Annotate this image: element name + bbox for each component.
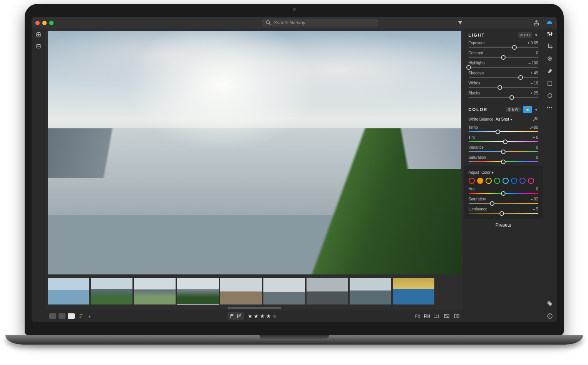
- color-swatch[interactable]: [511, 178, 517, 184]
- thumbnail[interactable]: [307, 278, 348, 304]
- search-placeholder: Search Norway: [274, 20, 305, 25]
- adjust-mode-dropdown[interactable]: Color ▾: [481, 170, 494, 175]
- minimize-window-button[interactable]: [42, 21, 47, 25]
- search-icon: [265, 20, 271, 26]
- star-icon[interactable]: ★: [254, 313, 259, 319]
- grid-view-button[interactable]: [49, 313, 56, 319]
- wb-value[interactable]: As Shot ▾: [496, 117, 512, 121]
- filmstrip-scrollbar[interactable]: [45, 306, 464, 310]
- star-icon[interactable]: ★: [272, 313, 278, 319]
- color-swatches: [469, 178, 538, 184]
- add-photos-icon[interactable]: [35, 32, 42, 38]
- collapse-panel-icon[interactable]: [35, 43, 42, 49]
- thumbnail[interactable]: [350, 278, 391, 304]
- filmstrip: [45, 277, 464, 306]
- thumbnail[interactable]: [393, 278, 434, 304]
- thumbnail-selected[interactable]: [177, 278, 219, 304]
- thumbnail[interactable]: [220, 278, 262, 304]
- info-icon[interactable]: [547, 313, 553, 319]
- shadows-slider[interactable]: Shadows+ 49: [469, 71, 538, 78]
- star-icon[interactable]: ★: [248, 313, 253, 319]
- saturation-slider[interactable]: Saturation0: [469, 155, 538, 162]
- color-swatch[interactable]: [486, 178, 492, 184]
- color-swatch[interactable]: [519, 178, 526, 184]
- exposure-slider[interactable]: Exposure+ 0.65: [469, 41, 538, 48]
- camera-dot: [293, 8, 296, 11]
- flag-pick-icon[interactable]: [229, 313, 235, 319]
- thumbnail[interactable]: [263, 278, 305, 304]
- tag-icon[interactable]: [547, 301, 553, 307]
- star-icon[interactable]: ★: [266, 313, 271, 319]
- color-swatch[interactable]: [528, 178, 534, 184]
- tool-rail: •••: [543, 29, 557, 322]
- cloud-sync-icon[interactable]: [546, 20, 553, 26]
- brush-icon[interactable]: [547, 68, 553, 74]
- svg-point-0: [266, 21, 269, 24]
- zoom-fill-button[interactable]: Fill: [424, 314, 430, 318]
- highlights-slider[interactable]: Highlights– 100: [469, 61, 538, 68]
- linear-gradient-icon[interactable]: [547, 80, 553, 86]
- svg-point-29: [548, 94, 552, 98]
- zoom-fit-button[interactable]: Fit: [415, 314, 420, 318]
- blacks-slider[interactable]: Blacks+ 25: [469, 91, 538, 98]
- auto-button[interactable]: AUTO: [518, 32, 532, 38]
- svg-point-18: [526, 109, 529, 111]
- color-saturation-slider[interactable]: Saturation– 32: [469, 197, 538, 204]
- light-chevron-icon[interactable]: ▼: [534, 33, 538, 37]
- flag-group: [228, 312, 244, 320]
- show-original-icon[interactable]: [444, 313, 450, 319]
- color-swatch[interactable]: [477, 178, 483, 184]
- close-window-button[interactable]: [35, 21, 40, 25]
- color-chevron-icon[interactable]: ▼: [534, 108, 538, 112]
- thumbnail[interactable]: [91, 278, 132, 304]
- main-photo: [48, 31, 461, 274]
- flag-reject-icon[interactable]: [236, 313, 242, 319]
- color-swatch[interactable]: [494, 178, 500, 184]
- center-area: ▾ ★ ★ ★: [45, 29, 464, 322]
- filter-icon[interactable]: [457, 20, 463, 26]
- light-title: LIGHT: [469, 33, 485, 37]
- color-swatch[interactable]: [469, 178, 475, 184]
- color-profile-button[interactable]: [523, 106, 532, 113]
- svg-rect-2: [534, 23, 539, 25]
- fullscreen-window-button[interactable]: [49, 21, 54, 25]
- crop-icon[interactable]: [547, 43, 553, 49]
- image-viewer[interactable]: [48, 31, 461, 274]
- star-icon[interactable]: ★: [260, 313, 265, 319]
- sort-chevron-icon[interactable]: ▾: [89, 314, 90, 318]
- square-grid-view-button[interactable]: [59, 313, 65, 319]
- svg-rect-7: [37, 46, 39, 46]
- rating-stars[interactable]: ★ ★ ★ ★ ★: [248, 313, 278, 319]
- hue-slider[interactable]: Hue0: [469, 187, 538, 194]
- luminance-slider[interactable]: Luminance– 5: [469, 207, 538, 214]
- tint-slider[interactable]: Tint+ 6: [469, 135, 538, 142]
- compare-icon[interactable]: [454, 313, 460, 319]
- bw-button[interactable]: B & W: [506, 107, 521, 112]
- presets-button[interactable]: Presets: [464, 218, 543, 232]
- radial-gradient-icon[interactable]: [547, 93, 553, 99]
- svg-line-1: [269, 24, 270, 25]
- thumbnail[interactable]: [134, 278, 176, 304]
- share-icon[interactable]: [533, 20, 539, 26]
- color-section: COLOR B & W ▼ White Balance As: [464, 102, 543, 167]
- healing-brush-icon[interactable]: [547, 56, 553, 62]
- svg-point-33: [549, 315, 550, 315]
- bottom-bar: ▾ ★ ★ ★: [45, 310, 464, 322]
- search-input[interactable]: Search Norway: [262, 19, 378, 27]
- color-swatch[interactable]: [503, 178, 509, 184]
- zoom-1to1-button[interactable]: 1:1: [434, 314, 439, 318]
- vibrance-slider[interactable]: Vibrance0: [469, 145, 538, 152]
- app-window: Search Norway: [32, 17, 557, 322]
- svg-point-23: [549, 34, 550, 35]
- top-bar: Search Norway: [32, 17, 557, 29]
- eyedropper-icon[interactable]: [532, 116, 538, 122]
- edit-sliders-icon[interactable]: [547, 31, 553, 37]
- detail-view-button[interactable]: [68, 313, 75, 319]
- thumbnail[interactable]: [48, 278, 89, 304]
- whites-slider[interactable]: Whites– 10: [469, 81, 538, 88]
- more-icon[interactable]: •••: [547, 105, 553, 111]
- edit-panel: LIGHT AUTO ▼ Exposure+ 0.65 Contrast0: [464, 29, 543, 322]
- contrast-slider[interactable]: Contrast0: [469, 51, 538, 58]
- temp-slider[interactable]: Temp5400: [469, 125, 538, 132]
- sort-icon[interactable]: [79, 313, 85, 319]
